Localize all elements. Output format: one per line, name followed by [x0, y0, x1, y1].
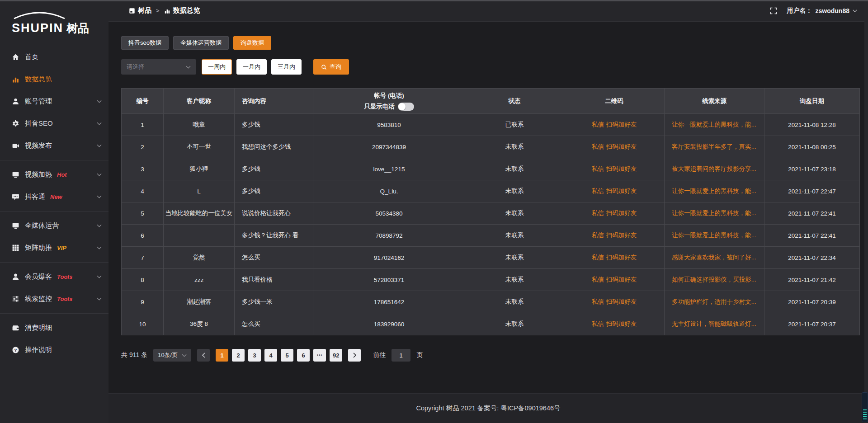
- search-button[interactable]: 查询: [313, 59, 349, 75]
- sidebar-item-account-manage[interactable]: 账号管理: [0, 90, 108, 113]
- page-size-select[interactable]: 10条/页: [153, 349, 191, 362]
- breadcrumb-label: 树品: [138, 6, 151, 15]
- sidebar-item-home[interactable]: 首页: [0, 46, 108, 68]
- cell-id: 8: [122, 269, 164, 291]
- sidebar-item-data-overview[interactable]: 数据总览: [0, 68, 108, 90]
- scrollbar-track[interactable]: [864, 0, 868, 423]
- page-button-6[interactable]: 6: [297, 349, 310, 362]
- cell-content: 怎么买: [235, 247, 313, 269]
- qr-link-private-message[interactable]: 私信: [592, 143, 604, 150]
- bar-chart-icon: [164, 8, 170, 14]
- next-page-button[interactable]: [348, 349, 361, 362]
- sidebar-item-douketong[interactable]: 抖客通New: [0, 186, 108, 208]
- cell-qrcode: 私信扫码加好友: [564, 313, 665, 335]
- source-link[interactable]: 如何正确选择投影仪，买投影...: [672, 276, 756, 283]
- sidebar-badge: Tools: [57, 296, 72, 302]
- cell-date: 2021-11-07 20:39: [764, 291, 860, 313]
- source-link[interactable]: 多功能护栏灯，适用于乡村文...: [672, 298, 756, 305]
- qr-link-private-message[interactable]: 私信: [592, 165, 604, 172]
- source-link[interactable]: 客厅安装投影半年多了，真实...: [672, 143, 756, 150]
- cell-source: 让你一眼就爱上的黑科技，能...: [665, 180, 764, 202]
- range-button-quarter[interactable]: 三月内: [271, 59, 302, 75]
- member-icon: [12, 273, 19, 281]
- qr-link-private-message[interactable]: 私信: [592, 232, 604, 239]
- sidebar-item-help[interactable]: ?操作说明: [0, 339, 108, 361]
- tab-douyin-seo-data[interactable]: 抖音seo数据: [121, 36, 169, 50]
- source-link[interactable]: 让你一眼就爱上的黑科技，能...: [672, 210, 756, 216]
- range-button-month[interactable]: 一月内: [236, 59, 267, 75]
- qr-link-private-message[interactable]: 私信: [592, 320, 604, 327]
- qr-link-add-friend[interactable]: 扫码加好友: [606, 298, 637, 305]
- page-button-2[interactable]: 2: [232, 349, 245, 362]
- sliders-icon: [12, 295, 19, 303]
- phone-only-toggle[interactable]: [398, 103, 414, 111]
- username-value: zswodun88: [816, 7, 849, 14]
- source-link[interactable]: 让你一眼就爱上的黑科技，能...: [672, 188, 756, 194]
- sidebar-item-matrix-boost[interactable]: 矩阵助推VIP: [0, 237, 108, 259]
- qr-link-private-message[interactable]: 私信: [592, 276, 604, 283]
- chat-icon: [12, 193, 19, 201]
- page-button-1[interactable]: 1: [216, 349, 228, 362]
- cell-date: 2021-11-07 22:34: [764, 247, 860, 269]
- sidebar-badge: Tools: [57, 273, 72, 280]
- page-button-5[interactable]: 5: [281, 349, 293, 362]
- sidebar-nav: 首页数据总览账号管理抖音SEO视频发布视频加热Hot抖客通New全媒体运营矩阵助…: [0, 42, 108, 361]
- breadcrumb-item-shupin[interactable]: 树品: [129, 6, 151, 15]
- source-link[interactable]: 被大家追着问的客厅投影分享...: [672, 165, 756, 172]
- logo[interactable]: SHUPIN树品: [0, 0, 108, 42]
- cell-id: 4: [122, 180, 164, 202]
- goto-page-input[interactable]: [392, 349, 410, 362]
- main-column: 树品 > 数据总览 用户名：zswodun88 抖音seo数据全媒体运营数据询盘…: [108, 0, 868, 423]
- bar-chart-icon: [12, 75, 19, 83]
- sidebar-item-douyin-seo[interactable]: 抖音SEO: [0, 113, 108, 135]
- qr-link-add-friend[interactable]: 扫码加好友: [606, 254, 637, 261]
- qr-link-add-friend[interactable]: 扫码加好友: [606, 143, 637, 150]
- sidebar-item-member-burst[interactable]: 会员爆客Tools: [0, 266, 108, 288]
- qr-link-add-friend[interactable]: 扫码加好友: [606, 320, 637, 327]
- qr-link-private-message[interactable]: 私信: [592, 254, 604, 261]
- sidebar-item-video-heat[interactable]: 视频加热Hot: [0, 164, 108, 186]
- source-link[interactable]: 让你一眼就爱上的黑科技，能...: [672, 121, 756, 128]
- sidebar-item-video-publish[interactable]: 视频发布: [0, 135, 108, 157]
- column-header-content: 咨询内容: [235, 89, 313, 114]
- logo-arc: [12, 11, 66, 19]
- cell-status: 未联系: [465, 202, 564, 225]
- qr-link-add-friend[interactable]: 扫码加好友: [606, 188, 637, 194]
- tab-inquiry-data[interactable]: 询盘数据: [233, 36, 271, 50]
- qr-link-add-friend[interactable]: 扫码加好友: [606, 210, 637, 216]
- page-button-4[interactable]: 4: [264, 349, 277, 362]
- range-button-week[interactable]: 一周内: [202, 59, 232, 75]
- cell-nickname: 潮起潮落: [164, 291, 235, 313]
- table-row: 5当地比较能吃的一位美女说说价格让我死心50534380未联系私信扫码加好友让你…: [122, 202, 860, 225]
- source-link[interactable]: 感谢大家喜欢我家，被问了好...: [672, 254, 756, 261]
- cell-nickname: 狐小狸: [164, 158, 235, 180]
- qr-link-add-friend[interactable]: 扫码加好友: [606, 276, 637, 283]
- qr-link-private-message[interactable]: 私信: [592, 121, 604, 128]
- page-button-3[interactable]: 3: [248, 349, 261, 362]
- qr-link-private-message[interactable]: 私信: [592, 188, 604, 194]
- fullscreen-icon[interactable]: [770, 7, 777, 14]
- breadcrumb-item-data-overview[interactable]: 数据总览: [164, 6, 200, 15]
- qr-link-add-friend[interactable]: 扫码加好友: [606, 232, 637, 239]
- source-link[interactable]: 让你一眼就爱上的黑科技，能...: [672, 232, 756, 239]
- user-menu[interactable]: 用户名：zswodun88: [787, 7, 857, 15]
- qr-link-private-message[interactable]: 私信: [592, 210, 604, 216]
- tab-media-ops-data[interactable]: 全媒体运营数据: [173, 36, 229, 50]
- table-row: 2不可一世我想问这个多少钱2097344839未联系私信扫码加好友客厅安装投影半…: [122, 136, 860, 158]
- qr-link-add-friend[interactable]: 扫码加好友: [606, 121, 637, 128]
- sidebar-item-leads-monitor[interactable]: 线索监控Tools: [0, 288, 108, 310]
- qr-link-add-friend[interactable]: 扫码加好友: [606, 165, 637, 172]
- cell-content: 我只看价格: [235, 269, 313, 291]
- source-link[interactable]: 无主灯设计，智能磁吸轨道灯...: [672, 320, 756, 327]
- cell-nickname: 哦章: [164, 114, 235, 136]
- qr-link-private-message[interactable]: 私信: [592, 298, 604, 305]
- cell-id: 7: [122, 247, 164, 269]
- sidebar-item-expense-detail[interactable]: 消费明细: [0, 317, 108, 339]
- page-ellipsis[interactable]: •••: [313, 349, 326, 362]
- filter-select[interactable]: 请选择: [121, 59, 196, 75]
- page-button-92[interactable]: 92: [330, 349, 342, 362]
- sidebar-item-label: 线索监控: [25, 295, 52, 303]
- prev-page-button[interactable]: [197, 349, 210, 362]
- sidebar-item-media-ops[interactable]: 全媒体运营: [0, 215, 108, 237]
- search-icon: [321, 64, 327, 70]
